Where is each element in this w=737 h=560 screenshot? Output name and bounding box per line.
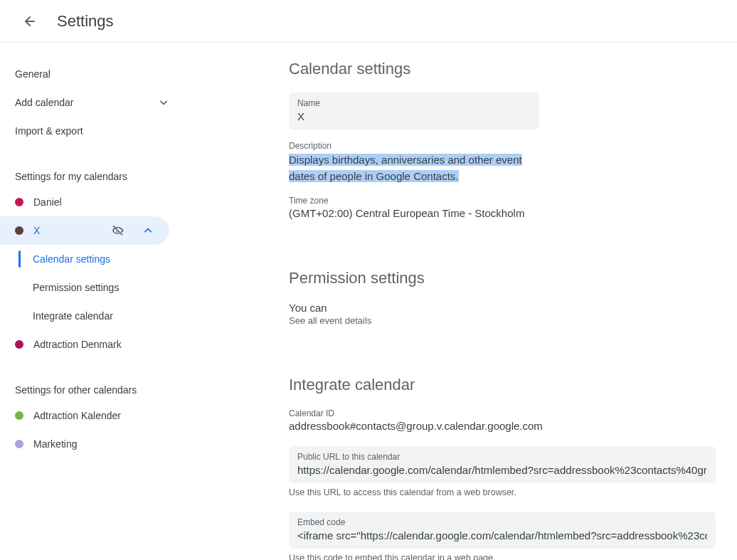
calendar-label: Daniel: [33, 196, 158, 208]
field-label: Embed code: [297, 517, 707, 527]
embed-code-hint: Use this code to embed this calendar in …: [289, 553, 720, 560]
sidebar-item-add-calendar[interactable]: Add calendar: [0, 88, 185, 117]
calendar-subnav-calendar-settings[interactable]: Calendar settings: [0, 245, 185, 273]
sidebar-section-other-calendars: Settings for other calendars: [0, 379, 185, 401]
permission-block: You can See all event details: [289, 302, 720, 326]
page-title: Settings: [57, 12, 114, 31]
permission-you-can: You can: [289, 302, 720, 314]
name-field[interactable]: Name X: [289, 93, 539, 130]
field-label: Public URL to this calendar: [297, 452, 707, 462]
highlighted-description-text[interactable]: Displays birthdays, anniversaries and ot…: [289, 154, 522, 182]
arrow-left-icon: [20, 13, 37, 30]
sidebar-calendar-daniel[interactable]: Daniel: [0, 188, 169, 216]
field-label: Time zone: [289, 196, 720, 206]
settings-main: Calendar settings Name X Description Dis…: [185, 43, 737, 560]
calendar-color-dot: [15, 440, 23, 448]
section-title-permission-settings: Permission settings: [289, 269, 720, 287]
calendar-id-block: Calendar ID addressbook#contacts@group.v…: [289, 408, 720, 432]
calendar-label: Marketing: [33, 438, 158, 450]
field-label: Name: [297, 98, 531, 108]
section-title-integrate-calendar: Integrate calendar: [289, 376, 720, 394]
embed-code-value: <iframe src="https://calendar.google.com…: [297, 529, 707, 541]
permission-detail: See all event details: [289, 315, 720, 326]
eye-off-icon: [111, 223, 125, 238]
field-label: Calendar ID: [289, 408, 720, 418]
section-title-calendar-settings: Calendar settings: [289, 60, 720, 78]
back-button[interactable]: [14, 7, 43, 36]
visibility-off-button[interactable]: [108, 221, 128, 241]
calendar-subnav-integrate-calendar[interactable]: Integrate calendar: [0, 302, 185, 330]
app-header: Settings: [0, 0, 737, 43]
calendar-label: X: [33, 225, 98, 236]
public-url-value: https://calendar.google.com/calendar/htm…: [297, 464, 707, 476]
chevron-down-icon: [157, 95, 171, 110]
description-value: Displays birthdays, anniversaries and ot…: [289, 152, 534, 184]
calendar-label: Adtraction Denmark: [33, 339, 158, 350]
public-url-field[interactable]: Public URL to this calendar https://cale…: [289, 446, 716, 483]
timezone-value: (GMT+02:00) Central European Time - Stoc…: [289, 207, 716, 219]
sidebar-calendar-x[interactable]: X: [0, 216, 169, 245]
calendar-subnav-permission-settings[interactable]: Permission settings: [0, 273, 185, 302]
public-url-hint: Use this URL to access this calendar fro…: [289, 487, 720, 497]
sidebar-item-label: Import & export: [15, 125, 83, 137]
sidebar-item-import-export[interactable]: Import & export: [0, 117, 185, 145]
sidebar-calendar-marketing[interactable]: Marketing: [0, 430, 169, 458]
calendar-color-dot: [15, 340, 23, 349]
embed-code-field[interactable]: Embed code <iframe src="https://calendar…: [289, 512, 716, 549]
subnav-label: Permission settings: [33, 282, 119, 293]
chevron-up-icon: [141, 223, 155, 238]
calendar-color-dot: [15, 411, 23, 420]
description-block: Description Displays birthdays, annivers…: [289, 141, 720, 184]
calendar-color-dot: [15, 226, 23, 235]
sidebar-item-label: Add calendar: [15, 97, 74, 108]
timezone-block: Time zone (GMT+02:00) Central European T…: [289, 196, 720, 219]
subnav-label: Calendar settings: [33, 253, 110, 265]
calendar-label: Adtraction Kalender: [33, 410, 158, 421]
collapse-button[interactable]: [138, 221, 158, 241]
settings-sidebar: General Add calendar Import & export Set…: [0, 43, 185, 560]
field-label: Description: [289, 141, 720, 151]
calendar-color-dot: [15, 198, 23, 206]
sidebar-calendar-adtraction-kalender[interactable]: Adtraction Kalender: [0, 401, 169, 430]
calendar-id-value[interactable]: addressbook#contacts@group.v.calendar.go…: [289, 420, 716, 432]
sidebar-calendar-adtraction-denmark[interactable]: Adtraction Denmark: [0, 330, 169, 359]
sidebar-item-label: General: [15, 68, 51, 80]
sidebar-section-my-calendars: Settings for my calendars: [0, 165, 185, 188]
field-value: X: [297, 110, 531, 122]
sidebar-item-general[interactable]: General: [0, 60, 185, 88]
subnav-label: Integrate calendar: [33, 310, 113, 322]
